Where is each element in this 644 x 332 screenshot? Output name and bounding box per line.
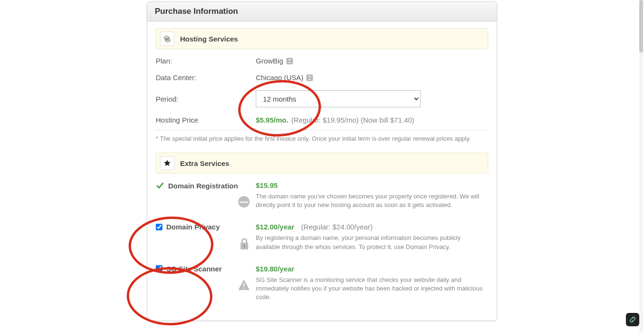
- datacenter-row: Data Center: Chicago (USA): [156, 73, 488, 82]
- scrollbar-thumb[interactable]: [639, 0, 643, 52]
- svg-point-0: [164, 36, 169, 38]
- svg-text:www: www: [239, 200, 249, 204]
- plan-change-button[interactable]: [286, 58, 293, 64]
- domain-reg-price: $15.95: [256, 181, 278, 189]
- site-scanner-label: SG Site Scanner: [166, 265, 222, 273]
- site-scanner-price: $19.80/year: [256, 265, 294, 273]
- extra-services-bar: Extra Services: [156, 153, 488, 174]
- link-widget-button[interactable]: [626, 313, 639, 326]
- domain-reg-label: Domain Registration: [168, 182, 238, 190]
- hosting-services-bar: Hosting Services: [156, 28, 488, 49]
- datacenter-label: Data Center:: [156, 73, 256, 82]
- alert-triangle-icon: [238, 279, 250, 292]
- site-scanner-desc: SG Site Scanner is a monitoring service …: [256, 276, 484, 302]
- star-icon: [160, 156, 174, 170]
- datacenter-change-button[interactable]: [306, 74, 313, 81]
- domain-privacy-price: $12.00/year: [256, 223, 294, 231]
- www-icon: www: [238, 196, 250, 209]
- price-footnote: * The special initial price applies for …: [156, 135, 488, 142]
- period-row: Period: 12 months: [156, 90, 488, 107]
- domain-privacy-label: Domain Privacy: [166, 223, 220, 231]
- domain-reg-desc: The domain name you've chosen becomes yo…: [256, 192, 484, 209]
- hosting-price-row: Hosting Price $5.95/mo. (Regular: $19.95…: [156, 116, 488, 124]
- svg-rect-6: [243, 288, 244, 289]
- site-scanner-service: SG Site Scanner $19.80/year SG Site Scan…: [156, 265, 488, 302]
- check-icon: [156, 181, 164, 190]
- svg-rect-4: [244, 245, 245, 248]
- purchase-info-panel: Purchase Information Hosting Services Pl…: [147, 1, 497, 321]
- hosting-price-label: Hosting Price: [156, 116, 256, 124]
- lock-icon: [239, 237, 250, 252]
- period-select[interactable]: 12 months: [256, 90, 421, 107]
- plan-row: Plan: GrowBig: [156, 57, 488, 65]
- hosting-price-regular: (Regular: $19.95/mo) (Now bill $71.40): [291, 116, 414, 124]
- domain-privacy-desc: By registering a domain name, your perso…: [256, 234, 484, 251]
- domain-privacy-service: Domain Privacy $12.00/year (Regular: $24…: [156, 223, 488, 251]
- extras-section-title: Extra Services: [180, 159, 229, 167]
- plan-label: Plan:: [156, 57, 256, 65]
- hosting-price-special: $5.95/mo.: [256, 116, 288, 124]
- svg-rect-5: [243, 283, 244, 287]
- divider: [156, 130, 488, 130]
- datacenter-value: Chicago (USA): [256, 73, 303, 82]
- site-scanner-checkbox[interactable]: [156, 265, 162, 272]
- domain-privacy-regular: (Regular: $24.00/year): [301, 223, 372, 231]
- coins-icon: [160, 31, 174, 46]
- period-label: Period:: [156, 95, 256, 103]
- panel-title: Purchase Information: [147, 2, 497, 21]
- link-icon: [629, 316, 636, 323]
- page-scrollbar[interactable]: [639, 0, 643, 332]
- domain-registration-service: Domain Registration www $15.95 The domai…: [156, 181, 488, 209]
- plan-value: GrowBig: [256, 57, 283, 65]
- hosting-section-title: Hosting Services: [180, 35, 238, 43]
- domain-privacy-checkbox[interactable]: [156, 224, 162, 230]
